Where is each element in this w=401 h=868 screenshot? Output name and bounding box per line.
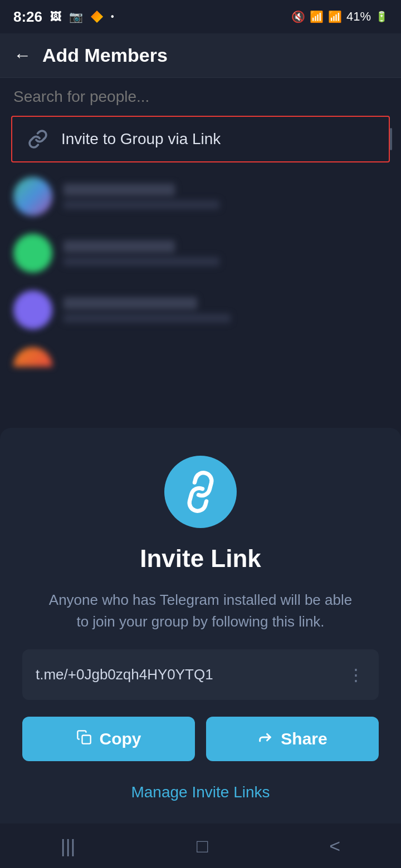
status-time: 8:26 🖼 📷 • bbox=[13, 8, 114, 26]
contact-info-2 bbox=[63, 240, 388, 266]
signal-icon: 📶 bbox=[328, 10, 342, 23]
link-icon-small bbox=[26, 127, 50, 151]
snapchat-icon bbox=[91, 11, 103, 23]
share-icon bbox=[257, 729, 273, 749]
mute-icon: 🔇 bbox=[291, 10, 305, 23]
wifi-icon: 📶 bbox=[310, 10, 324, 23]
invite-link-title: Invite Link bbox=[140, 545, 261, 573]
dot-icon: • bbox=[111, 12, 114, 22]
invite-via-link-row[interactable]: Invite to Group via Link bbox=[11, 116, 390, 162]
share-button[interactable]: Share bbox=[206, 717, 379, 761]
link-circle-icon-container bbox=[164, 456, 237, 528]
contact-info-1 bbox=[63, 184, 388, 209]
time-display: 8:26 bbox=[13, 8, 42, 26]
nav-menu-icon[interactable]: ||| bbox=[61, 835, 76, 857]
search-bar bbox=[0, 78, 401, 116]
nav-bar: ||| □ < bbox=[0, 823, 401, 868]
page-title: Add Members bbox=[42, 45, 168, 66]
copy-button[interactable]: Copy bbox=[22, 717, 195, 761]
avatar-2 bbox=[13, 234, 52, 273]
copy-icon bbox=[76, 729, 92, 749]
invite-link-url: t.me/+0Jgb0zqh4HY0YTQ1 bbox=[36, 666, 213, 683]
contact-item-1 bbox=[0, 168, 401, 225]
status-bar: 8:26 🖼 📷 • 🔇 📶 📶 41% 🔋 bbox=[0, 0, 401, 33]
avatar-3 bbox=[13, 290, 52, 329]
status-right-icons: 🔇 📶 📶 41% 🔋 bbox=[291, 9, 388, 24]
scrollbar bbox=[390, 128, 392, 150]
share-label: Share bbox=[281, 729, 327, 748]
manage-invite-links-button[interactable]: Manage Invite Links bbox=[131, 783, 270, 801]
battery-icon: 🔋 bbox=[375, 11, 388, 23]
svg-rect-0 bbox=[82, 735, 90, 743]
contact-item-2 bbox=[0, 225, 401, 282]
action-buttons: Copy Share bbox=[22, 717, 379, 761]
avatar-1 bbox=[13, 177, 52, 216]
back-button[interactable]: ← bbox=[13, 45, 31, 66]
link-options-button[interactable]: ⋮ bbox=[348, 665, 365, 684]
invite-description: Anyone who has Telegram installed will b… bbox=[45, 589, 356, 633]
contact-list bbox=[0, 162, 401, 381]
bottom-sheet: Invite Link Anyone who has Telegram inst… bbox=[0, 428, 401, 823]
contact-item-4 bbox=[0, 338, 401, 376]
contact-sub-1 bbox=[63, 200, 219, 209]
contact-name-3 bbox=[63, 297, 197, 309]
contact-sub-3 bbox=[63, 314, 231, 323]
copy-label: Copy bbox=[100, 729, 141, 748]
contact-item-3 bbox=[0, 282, 401, 338]
link-box: t.me/+0Jgb0zqh4HY0YTQ1 ⋮ bbox=[22, 649, 379, 700]
battery-display: 41% bbox=[346, 9, 371, 24]
search-input[interactable] bbox=[13, 88, 388, 106]
contact-info-3 bbox=[63, 297, 388, 323]
nav-back-icon[interactable]: < bbox=[329, 835, 340, 857]
avatar-4 bbox=[13, 347, 52, 367]
gallery-icon: 🖼 bbox=[50, 11, 61, 23]
contact-name-1 bbox=[63, 184, 175, 196]
contact-name-2 bbox=[63, 240, 175, 253]
header: ← Add Members bbox=[0, 33, 401, 78]
nav-home-icon[interactable]: □ bbox=[197, 835, 208, 857]
invite-link-label: Invite to Group via Link bbox=[61, 130, 221, 148]
contact-sub-2 bbox=[63, 257, 219, 266]
instagram-icon: 📷 bbox=[69, 10, 83, 23]
